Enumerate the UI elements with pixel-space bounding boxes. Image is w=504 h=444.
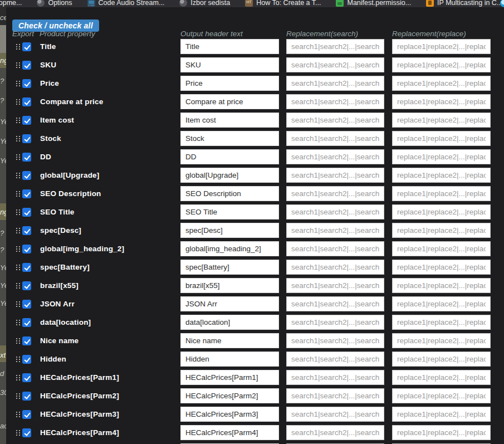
replacement-replace-input[interactable]: [392, 296, 491, 311]
drag-handle-icon[interactable]: [16, 62, 21, 69]
export-checkbox[interactable]: [22, 300, 31, 309]
replacement-search-input[interactable]: [286, 39, 384, 54]
drag-handle-icon[interactable]: [16, 154, 21, 160]
replacement-search-input[interactable]: [286, 260, 384, 275]
replacement-search-input[interactable]: [286, 186, 384, 201]
output-header-input[interactable]: [180, 278, 279, 293]
output-header-input[interactable]: [180, 260, 279, 275]
replacement-replace-input[interactable]: [392, 39, 491, 54]
output-header-input[interactable]: [180, 425, 279, 440]
replacement-search-input[interactable]: [286, 296, 384, 311]
drag-handle-icon[interactable]: [16, 191, 21, 197]
drag-handle-icon[interactable]: [16, 412, 21, 418]
replacement-replace-input[interactable]: [392, 352, 491, 367]
export-checkbox[interactable]: [22, 281, 31, 290]
replacement-replace-input[interactable]: [392, 333, 491, 348]
export-checkbox[interactable]: [22, 263, 31, 272]
output-header-input[interactable]: [180, 94, 279, 109]
output-header-input[interactable]: [180, 370, 279, 385]
output-header-input[interactable]: [180, 315, 279, 330]
output-header-input[interactable]: [180, 333, 279, 348]
output-header-input[interactable]: [180, 352, 279, 367]
replacement-replace-input[interactable]: [392, 425, 491, 440]
replacement-search-input[interactable]: [286, 425, 384, 440]
export-checkbox[interactable]: [22, 134, 31, 143]
export-checkbox[interactable]: [22, 42, 31, 51]
drag-handle-icon[interactable]: [16, 44, 21, 50]
drag-handle-icon[interactable]: [16, 283, 21, 289]
replacement-search-input[interactable]: [286, 57, 384, 72]
bookmark-item[interactable]: Izbor sedista: [179, 0, 230, 7]
export-checkbox[interactable]: [22, 373, 31, 382]
replacement-replace-input[interactable]: [392, 168, 491, 183]
drag-handle-icon[interactable]: [16, 99, 21, 105]
export-checkbox[interactable]: [22, 355, 31, 364]
replacement-search-input[interactable]: [286, 223, 384, 238]
replacement-search-input[interactable]: [286, 278, 384, 293]
replacement-replace-input[interactable]: [392, 388, 491, 403]
drag-handle-icon[interactable]: [16, 265, 21, 271]
drag-handle-icon[interactable]: [16, 136, 21, 142]
bookmark-item[interactable]: How To: Create a T...: [245, 0, 321, 7]
export-checkbox[interactable]: [22, 171, 31, 180]
export-checkbox[interactable]: [22, 97, 31, 106]
output-header-input[interactable]: [180, 407, 279, 422]
export-checkbox[interactable]: [22, 336, 31, 345]
replacement-search-input[interactable]: [286, 352, 384, 367]
replacement-search-input[interactable]: [286, 149, 384, 164]
output-header-input[interactable]: [180, 131, 279, 146]
export-checkbox[interactable]: [22, 245, 31, 253]
export-checkbox[interactable]: [22, 189, 31, 198]
drag-handle-icon[interactable]: [16, 320, 21, 326]
replacement-replace-input[interactable]: [392, 149, 491, 164]
output-header-input[interactable]: [180, 149, 279, 164]
export-checkbox[interactable]: [22, 79, 31, 88]
replacement-replace-input[interactable]: [392, 57, 491, 72]
drag-handle-icon[interactable]: [16, 118, 21, 124]
bookmark-item[interactable]: Manifest.permissio...: [336, 0, 411, 7]
replacement-search-input[interactable]: [286, 315, 384, 330]
drag-handle-icon[interactable]: [16, 430, 21, 436]
replacement-search-input[interactable]: [286, 113, 384, 128]
output-header-input[interactable]: [180, 76, 279, 91]
drag-handle-icon[interactable]: [16, 375, 21, 381]
replacement-replace-input[interactable]: [392, 204, 491, 219]
replacement-replace-input[interactable]: [392, 76, 491, 91]
replacement-search-input[interactable]: [286, 407, 384, 422]
output-header-input[interactable]: [180, 296, 279, 311]
replacement-search-input[interactable]: [286, 333, 384, 348]
output-header-input[interactable]: [180, 186, 279, 201]
drag-handle-icon[interactable]: [16, 81, 21, 87]
replacement-search-input[interactable]: [286, 94, 384, 109]
export-checkbox[interactable]: [22, 392, 31, 401]
replacement-replace-input[interactable]: [392, 315, 491, 330]
replacement-replace-input[interactable]: [392, 94, 491, 109]
output-header-input[interactable]: [180, 204, 279, 219]
replacement-replace-input[interactable]: [392, 223, 491, 238]
export-checkbox[interactable]: [22, 318, 31, 327]
drag-handle-icon[interactable]: [16, 301, 21, 308]
output-header-input[interactable]: [180, 113, 279, 128]
replacement-replace-input[interactable]: [392, 260, 491, 275]
output-header-input[interactable]: [180, 388, 279, 403]
output-header-input[interactable]: [180, 223, 279, 238]
replacement-search-input[interactable]: [286, 76, 384, 91]
replacement-search-input[interactable]: [286, 204, 384, 219]
replacement-search-input[interactable]: [286, 168, 384, 183]
replacement-search-input[interactable]: [286, 388, 384, 403]
drag-handle-icon[interactable]: [16, 209, 21, 216]
drag-handle-icon[interactable]: [16, 246, 21, 252]
export-checkbox[interactable]: [22, 61, 31, 70]
replacement-search-input[interactable]: [286, 131, 384, 146]
replacement-replace-input[interactable]: [392, 370, 491, 385]
export-checkbox[interactable]: [22, 116, 31, 125]
replacement-replace-input[interactable]: [392, 131, 491, 146]
drag-handle-icon[interactable]: [16, 228, 21, 234]
drag-handle-icon[interactable]: [16, 357, 21, 363]
export-checkbox[interactable]: [22, 428, 31, 437]
export-checkbox[interactable]: [22, 208, 31, 217]
replacement-search-input[interactable]: [286, 241, 384, 256]
export-checkbox[interactable]: [22, 153, 31, 162]
drag-handle-icon[interactable]: [16, 393, 21, 399]
drag-handle-icon[interactable]: [16, 338, 21, 344]
